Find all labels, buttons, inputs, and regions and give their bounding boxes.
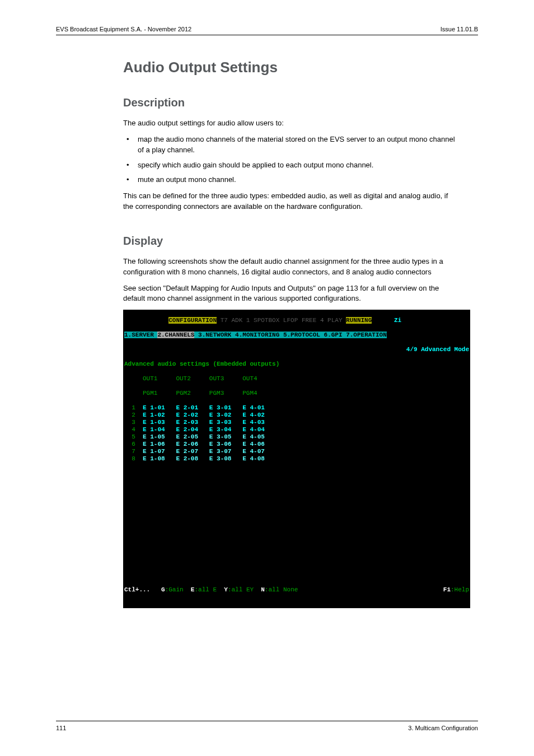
display-p1: The following screenshots show the defau… xyxy=(123,256,459,278)
footer-rule xyxy=(56,721,478,721)
terminal-title-right: Zi xyxy=(394,317,401,324)
terminal-menu-item[interactable]: 7.OPERATION xyxy=(346,332,387,338)
terminal-menu-item[interactable]: 1.SERVER xyxy=(124,332,154,338)
terminal-pgm-headers: PGM1 PGM2 PGM3 PGM4 xyxy=(123,390,470,397)
terminal-status: RUNNING xyxy=(346,317,372,324)
terminal-menu-item-active[interactable]: 2.CHANNELS xyxy=(157,332,194,338)
terminal-footer: Ctl+... G:Gain E:all E Y:all EY N:all No… xyxy=(123,586,470,594)
terminal-data-row: 3 E 1-03 E 2-03 E 3-03 E 4-03 xyxy=(123,419,470,426)
footer-page-number: 111 xyxy=(56,725,66,731)
terminal-menu-item[interactable]: 6.GPI xyxy=(324,332,343,338)
header-rule xyxy=(56,35,478,35)
terminal-data-row: 1 E 1-01 E 2-01 E 3-01 E 4-01 xyxy=(123,404,470,412)
display-heading: Display xyxy=(123,235,459,248)
terminal-pager: 4/9 Advanced Mode xyxy=(123,346,470,353)
terminal-data-row: 6 E 1-06 E 2-06 E 3-06 E 4-06 xyxy=(123,441,470,448)
terminal-data-row: 5 E 1-05 E 2-05 E 3-05 E 4-05 xyxy=(123,433,470,441)
terminal-screenshot: CONFIGURATION T7 ADK 1 SPOTBOX LFOP FREE… xyxy=(123,310,470,608)
terminal-data-row: 8 E 1-08 E 2-08 E 3-08 E 4-08 xyxy=(123,455,470,463)
terminal-title-dim: T7 ADK 1 SPOTBOX LFOP FREE 4 PLAY xyxy=(221,317,343,324)
terminal-menu-bar: 1.SERVER 2.CHANNELS 3.NETWORK 4.MONITORI… xyxy=(123,332,470,339)
page-title: Audio Output Settings xyxy=(123,59,459,76)
page-footer: 111 3. Multicam Configuration xyxy=(56,721,478,731)
description-intro: The audio output settings for audio allo… xyxy=(123,118,459,129)
bullet-item: map the audio mono channels of the mater… xyxy=(123,134,459,156)
terminal-section-title: Advanced audio settings (Embedded output… xyxy=(123,361,470,368)
terminal-title-bar: CONFIGURATION T7 ADK 1 SPOTBOX LFOP FREE… xyxy=(123,317,470,324)
header-right: Issue 11.01.B xyxy=(441,26,478,32)
description-bullets: map the audio mono channels of the mater… xyxy=(123,134,459,185)
bullet-item: mute an output mono channel. xyxy=(123,175,459,185)
terminal-menu-item[interactable]: 4.MONITORING xyxy=(235,332,279,338)
footer-section: 3. Multicam Configuration xyxy=(408,725,478,731)
terminal-title: CONFIGURATION xyxy=(168,317,217,324)
terminal-data-row: 4 E 1-04 E 2-04 E 3-04 E 4-04 xyxy=(123,426,470,433)
terminal-col-headers: OUT1 OUT2 OUT3 OUT4 xyxy=(123,375,470,382)
page-header: EVS Broadcast Equipment S.A. - November … xyxy=(56,26,478,32)
display-p2: See section "Default Mapping for Audio I… xyxy=(123,283,459,305)
bullet-item: specify which audio gain should be appli… xyxy=(123,160,459,171)
terminal-data-row: 2 E 1-02 E 2-02 E 3-02 E 4-02 xyxy=(123,412,470,419)
terminal-data-row: 7 E 1-07 E 2-07 E 3-07 E 4-07 xyxy=(123,448,470,455)
header-left: EVS Broadcast Equipment S.A. - November … xyxy=(56,26,191,32)
description-after: This can be defined for the three audio … xyxy=(123,191,459,212)
terminal-menu-item[interactable]: 5.PROTOCOL xyxy=(283,332,320,338)
description-heading: Description xyxy=(123,96,459,109)
terminal-menu-item[interactable]: 3.NETWORK xyxy=(198,332,231,338)
